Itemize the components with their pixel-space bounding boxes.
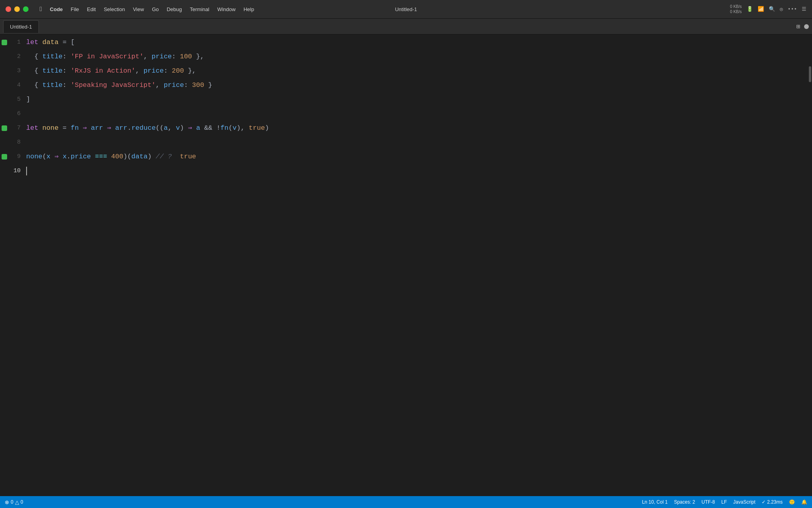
line-number-8: 8 — [11, 135, 21, 150]
token-comma1: , — [144, 50, 151, 64]
token-paren7d: ), — [237, 121, 249, 135]
status-right: Ln 10, Col 1 Spaces: 2 UTF-8 LF JavaScri… — [642, 499, 807, 505]
line-number-9: 9 — [11, 150, 21, 164]
token-arrow9: ⇒ — [54, 150, 58, 164]
token-comment9: // ? — [156, 150, 180, 164]
wifi-icon: 📶 — [758, 6, 764, 12]
breakpoint-1[interactable] — [2, 40, 7, 45]
token-v2: v — [233, 121, 237, 135]
token-space9d — [107, 150, 111, 164]
token-fn: fn — [71, 121, 79, 135]
gutter-row-4: 4 — [0, 78, 23, 92]
token-reduce: reduce — [131, 121, 155, 135]
search-icon[interactable]: 🔍 — [769, 6, 775, 12]
editor: 1 2 3 4 5 6 7 8 9 — [0, 35, 812, 496]
menu-edit[interactable]: Edit — [84, 6, 99, 13]
token-bracket-close: ] — [26, 92, 30, 107]
gutter-row-9: 9 — [0, 150, 23, 164]
token-space7e — [192, 121, 196, 135]
breakpoint-7[interactable] — [2, 125, 7, 131]
token-x9b: x — [63, 150, 67, 164]
status-errors[interactable]: ⊗ 0 △ 0 — [5, 499, 23, 505]
token-arrow7a: ⇒ — [83, 121, 87, 135]
token-none: none — [42, 121, 59, 135]
split-editor-icon[interactable]: ⊞ — [796, 23, 800, 31]
titlebar-right: 0 KB/s 0 KB/s 🔋 📶 🔍 ◎ ••• ☰ — [406, 4, 812, 14]
menu-file[interactable]: File — [67, 6, 82, 13]
more-icon[interactable]: ••• — [788, 6, 797, 12]
smiley-icon: 🙂 — [789, 499, 795, 505]
menu-code[interactable]: Code — [47, 6, 66, 13]
status-encoding[interactable]: UTF-8 — [701, 499, 715, 505]
menu-terminal[interactable]: Terminal — [187, 6, 213, 13]
token-paren7b: ) — [180, 121, 188, 135]
tab-label: Untitled-1 — [10, 24, 32, 30]
token-str3: 'Speaking JavaScript' — [71, 78, 155, 92]
token-space9c — [91, 150, 95, 164]
gutter-row-2: 2 — [0, 50, 23, 64]
line-number-5: 5 — [11, 92, 21, 107]
token-true9: true — [180, 150, 196, 164]
token-paren7e: ) — [265, 121, 269, 135]
warning-icon: △ — [15, 499, 19, 505]
token-num3: 300 — [192, 78, 204, 92]
menu-selection[interactable]: Selection — [101, 6, 128, 13]
network-speed: 0 KB/s 0 KB/s — [730, 4, 741, 14]
token-empty6 — [26, 107, 30, 121]
code-line-7: let none = fn ⇒ arr ⇒ arr.reduce((a, v) … — [26, 121, 806, 135]
line-number-3: 3 — [11, 64, 21, 78]
token-arr: arr — [91, 121, 103, 135]
token-indent2: { — [26, 50, 42, 64]
token-comma2: , — [135, 64, 143, 78]
token-fn2: fn — [220, 121, 228, 135]
breakpoint-9[interactable] — [2, 154, 7, 160]
token-a2: a — [196, 121, 200, 135]
status-spaces[interactable]: Spaces: 2 — [674, 499, 695, 505]
token-arr2: arr — [115, 121, 128, 135]
code-area[interactable]: let data = [ { title: 'FP in JavaScript'… — [23, 35, 806, 496]
code-line-5: ] — [26, 92, 806, 107]
token-close2: }, — [184, 64, 196, 78]
token-price9: price — [71, 150, 91, 164]
menu-bar:  Code File Edit Selection View Go Debug… — [36, 5, 257, 13]
battery-icon: 🔋 — [747, 6, 753, 12]
token-let-7: let — [26, 121, 42, 135]
close-button[interactable] — [6, 6, 11, 12]
token-title2: title — [42, 64, 63, 78]
token-space9b — [59, 150, 63, 164]
code-line-6 — [26, 107, 806, 121]
error-icon: ⊗ — [5, 499, 9, 505]
gutter-row-1: 1 — [0, 35, 23, 50]
titlebar:  Code File Edit Selection View Go Debug… — [0, 0, 812, 19]
scrollbar-thumb[interactable] — [809, 66, 811, 82]
token-let-1: let — [26, 35, 42, 50]
menu-window[interactable]: Window — [214, 6, 239, 13]
menu-help[interactable]: Help — [240, 6, 257, 13]
maximize-button[interactable] — [23, 6, 29, 12]
status-eol[interactable]: LF — [721, 499, 727, 505]
window-title: Untitled-1 — [395, 6, 417, 12]
status-position[interactable]: Ln 10, Col 1 — [642, 499, 668, 505]
bell-icon[interactable]: 🔔 — [801, 499, 807, 505]
scrollbar-track[interactable] — [806, 35, 812, 496]
token-str2: 'RxJS in Action' — [71, 64, 135, 78]
list-icon[interactable]: ☰ — [802, 6, 806, 12]
menu-debug[interactable]: Debug — [163, 6, 185, 13]
line-number-10: 10 — [11, 164, 21, 178]
apple-menu[interactable]:  — [36, 5, 45, 13]
menu-go[interactable]: Go — [149, 6, 162, 13]
settings-dot-icon[interactable] — [804, 24, 809, 29]
code-line-3: { title: 'RxJS in Action', price: 200 }, — [26, 64, 806, 78]
code-line-9: none(x ⇒ x.price ≡≡≡ 400)(data) // ? tru… — [26, 150, 806, 164]
token-and: && ! — [200, 121, 220, 135]
minimize-button[interactable] — [14, 6, 20, 12]
status-language[interactable]: JavaScript — [733, 499, 755, 505]
status-left: ⊗ 0 △ 0 — [5, 499, 23, 505]
token-space9a — [50, 150, 54, 164]
menu-view[interactable]: View — [130, 6, 147, 13]
token-cursor — [26, 167, 27, 175]
code-line-2: { title: 'FP in JavaScript', price: 100 … — [26, 50, 806, 64]
statusbar: ⊗ 0 △ 0 Ln 10, Col 1 Spaces: 2 UTF-8 LF … — [0, 496, 812, 508]
editor-tab[interactable]: Untitled-1 — [3, 20, 39, 33]
token-paren9b: )( — [123, 150, 131, 164]
